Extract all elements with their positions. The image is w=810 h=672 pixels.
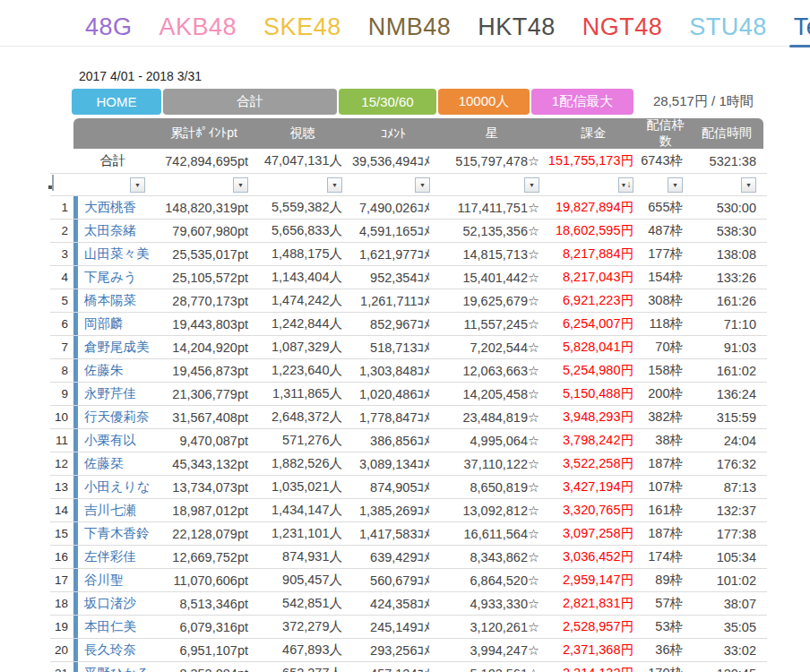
- points-cell: 25,105,572pt: [152, 266, 255, 289]
- comments-cell: 874,905ｺﾒ: [349, 476, 437, 498]
- member-link[interactable]: 佐藤栞: [84, 455, 124, 472]
- slots-cell: 89枠: [641, 569, 690, 591]
- nav-tab-hkt48[interactable]: HKT48: [478, 13, 556, 46]
- member-link[interactable]: 小栗有以: [84, 432, 136, 449]
- member-link[interactable]: 平野ひかる: [84, 665, 151, 672]
- member-link[interactable]: 長久玲奈: [84, 642, 136, 659]
- member-link[interactable]: 大西桃香: [84, 199, 136, 216]
- interval-15-30-60-tab[interactable]: 15/30/60: [339, 89, 436, 115]
- sort-desc-icon: ↓: [626, 180, 631, 189]
- nav-tab-akb48[interactable]: AKB48: [159, 13, 237, 46]
- points-cell: 11,070,606pt: [152, 569, 255, 591]
- nav-tab-ske48[interactable]: SKE48: [263, 13, 341, 46]
- column-header: 配信時間: [690, 125, 763, 142]
- column-filter-button[interactable]: ▼↓: [741, 177, 756, 193]
- slots-cell: 187枠: [641, 522, 690, 545]
- viewers-cell: 1,143,404人: [255, 266, 349, 289]
- time-cell: 87:13: [690, 476, 763, 498]
- viewers-cell: 1,311,865人: [255, 383, 349, 405]
- member-link[interactable]: 佐藤朱: [84, 362, 124, 379]
- column-filter-button[interactable]: ▼↓: [524, 177, 539, 193]
- member-link[interactable]: 行天優莉奈: [84, 409, 150, 426]
- home-button[interactable]: HOME: [72, 89, 161, 115]
- stars-cell: 16,611,564☆: [437, 522, 547, 545]
- money-cell: 8,217,884円: [547, 243, 641, 265]
- viewers-10000-tab[interactable]: 10000人: [438, 89, 530, 115]
- filter-rank-cell: [50, 174, 73, 190]
- rank-cell: 21: [50, 662, 73, 672]
- header-rank-spacer: [50, 118, 73, 149]
- comments-cell: 1,417,583ｺﾒ: [349, 522, 437, 545]
- name-cell: 平野ひかる: [73, 662, 152, 672]
- table-row: 5 橋本陽菜 28,770,173pt 1,474,242人 1,261,711…: [50, 289, 767, 313]
- slots-cell: 38枠: [641, 429, 690, 452]
- member-link[interactable]: 橋本陽菜: [84, 292, 136, 309]
- time-cell: 101:02: [690, 569, 763, 591]
- rank-cell: 1: [50, 196, 73, 219]
- filter-cell: ▼↓: [73, 177, 152, 193]
- viewers-cell: 1,882,526人: [255, 452, 349, 475]
- nav-tab-stu48[interactable]: STU48: [689, 13, 767, 46]
- column-filter-button[interactable]: ▼↓: [233, 177, 248, 193]
- slots-cell: 170枠: [641, 662, 690, 672]
- stars-cell: 15,401,442☆: [437, 266, 547, 289]
- viewers-cell: 372,279人: [255, 616, 349, 638]
- time-cell: 91:03: [690, 336, 763, 358]
- member-link[interactable]: 山田菜々美: [84, 246, 150, 263]
- member-link[interactable]: 下尾みう: [84, 269, 137, 286]
- total-rank-spacer: [50, 149, 73, 173]
- column-filter-button[interactable]: ▼↓: [327, 177, 342, 193]
- member-link[interactable]: 小田えりな: [84, 478, 151, 495]
- stars-cell: 52,135,356☆: [437, 220, 547, 242]
- stars-cell: 6,864,520☆: [437, 569, 547, 591]
- comments-cell: 560,679ｺﾒ: [349, 569, 437, 591]
- column-filter-button[interactable]: ▼↓: [130, 177, 145, 193]
- time-cell: 136:24: [690, 383, 763, 405]
- total-tab[interactable]: 合計: [163, 89, 337, 115]
- dropdown-arrow-icon: ▼: [332, 182, 338, 188]
- name-cell: 坂口渚沙: [73, 592, 152, 615]
- nav-tab-team8[interactable]: Team8: [794, 13, 810, 46]
- member-link[interactable]: 倉野尾成美: [84, 339, 150, 356]
- table-row: 19 本田仁美 6,079,316pt 372,279人 245,149ｺﾒ 3…: [50, 616, 767, 639]
- column-filter-button[interactable]: ▼↓: [668, 177, 683, 193]
- viewers-cell: 905,457人: [255, 569, 349, 591]
- grid-corner-button[interactable]: [52, 175, 54, 191]
- money-cell: 2,528,957円: [547, 616, 641, 638]
- member-link[interactable]: 本田仁美: [84, 618, 136, 635]
- table-row: 10 行天優莉奈 31,567,408pt 2,648,372人 1,778,8…: [50, 406, 767, 429]
- member-link[interactable]: 吉川七瀬: [84, 502, 136, 519]
- slots-cell: 107枠: [641, 476, 690, 498]
- member-link[interactable]: 永野芹佳: [84, 385, 136, 402]
- member-link[interactable]: 左伴彩佳: [84, 548, 136, 565]
- member-link[interactable]: 下青木香鈴: [84, 525, 150, 542]
- rank-cell: 16: [50, 546, 73, 568]
- name-cell: 下尾みう: [73, 266, 152, 289]
- column-filter-button[interactable]: ▼↓: [618, 177, 633, 193]
- stars-cell: 11,557,245☆: [437, 313, 547, 335]
- stars-cell: 14,205,458☆: [437, 383, 547, 405]
- rank-cell: 15: [50, 522, 73, 545]
- table-row: 2 太田奈緒 79,607,980pt 5,656,833人 4,591,165…: [50, 220, 767, 243]
- viewers-cell: 652,277人: [255, 662, 349, 672]
- dropdown-arrow-icon: ▼: [419, 182, 426, 188]
- stars-cell: 3,120,261☆: [437, 616, 547, 638]
- comments-cell: 639,429ｺﾒ: [349, 546, 437, 568]
- column-filter-button[interactable]: ▼↓: [415, 177, 430, 193]
- member-link[interactable]: 岡部麟: [84, 315, 124, 332]
- nav-tab-48g[interactable]: 48G: [85, 13, 133, 46]
- max-per-stream-tab[interactable]: 1配信最大: [531, 89, 633, 115]
- money-cell: 3,320,765円: [547, 499, 641, 521]
- name-cell: 佐藤栞: [73, 452, 152, 475]
- time-cell: 105:34: [690, 546, 763, 568]
- nav-tab-ngt48[interactable]: NGT48: [582, 13, 663, 46]
- money-cell: 3,948,293円: [547, 406, 641, 428]
- nav-tab-nmb48[interactable]: NMB48: [368, 13, 452, 46]
- stars-cell: 7,202,544☆: [437, 336, 547, 358]
- dropdown-arrow-icon: ▼: [621, 182, 627, 188]
- table-row: 8 佐藤朱 19,456,873pt 1,223,640人 1,303,848ｺ…: [50, 359, 767, 383]
- points-cell: 31,567,408pt: [152, 406, 255, 428]
- member-link[interactable]: 谷川聖: [84, 572, 124, 589]
- member-link[interactable]: 太田奈緒: [84, 222, 136, 239]
- member-link[interactable]: 坂口渚沙: [84, 595, 136, 612]
